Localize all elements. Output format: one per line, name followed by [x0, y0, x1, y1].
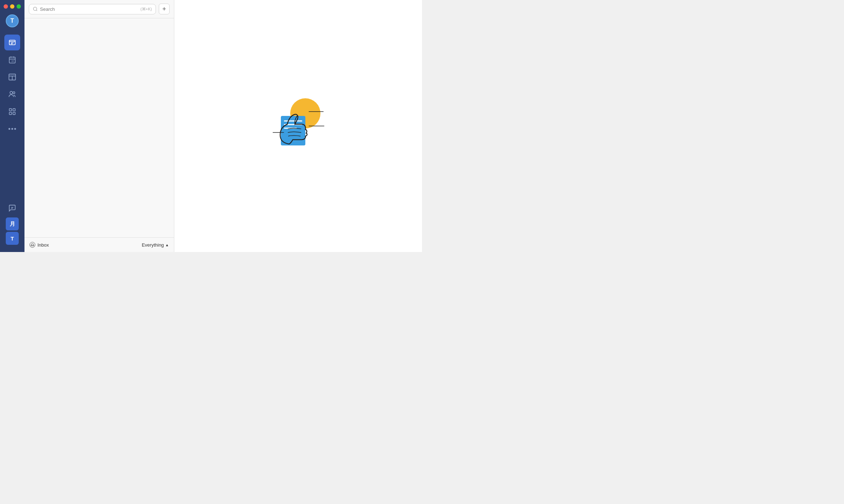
svg-rect-26 — [281, 116, 305, 145]
minimize-button[interactable] — [10, 4, 14, 9]
svg-point-19 — [12, 128, 13, 130]
svg-line-24 — [36, 10, 37, 11]
svg-point-12 — [10, 91, 13, 94]
chevron-up-icon: ▲ — [165, 243, 169, 247]
empty-state-illustration — [262, 90, 334, 162]
nav-item-more[interactable] — [4, 121, 20, 137]
search-input[interactable] — [40, 6, 138, 12]
svg-point-13 — [13, 92, 15, 94]
svg-point-18 — [9, 128, 10, 130]
nav-item-month[interactable]: 月 — [6, 217, 19, 230]
middle-panel: (⌘+K) + Inbox Everything ▲ — [24, 0, 174, 252]
svg-rect-14 — [9, 109, 12, 111]
nav-item-user[interactable]: T — [6, 232, 19, 245]
avatar[interactable]: T — [6, 14, 19, 27]
close-button[interactable] — [4, 4, 8, 9]
search-icon — [33, 6, 38, 12]
svg-point-23 — [33, 7, 37, 10]
nav-items: 16 — [4, 35, 20, 200]
svg-rect-17 — [13, 112, 15, 114]
bottom-bar: Inbox Everything ▲ — [24, 237, 174, 252]
icon-bar: T 16 — [0, 0, 24, 252]
avatar-label: T — [10, 18, 14, 24]
window-controls — [4, 4, 21, 9]
inbox-text: Inbox — [37, 242, 49, 248]
nav-item-chat[interactable] — [4, 200, 20, 216]
everything-text: Everything — [142, 242, 164, 248]
user-label: T — [10, 235, 14, 242]
nav-item-grid[interactable] — [4, 104, 20, 120]
maximize-button[interactable] — [17, 4, 21, 9]
nav-item-board[interactable] — [4, 69, 20, 85]
search-shortcut: (⌘+K) — [140, 7, 152, 12]
svg-text:16: 16 — [11, 60, 14, 62]
nav-item-contacts[interactable] — [4, 86, 20, 102]
month-label: 月 — [10, 221, 15, 228]
everything-button[interactable]: Everything ▲ — [142, 242, 169, 248]
inbox-label: Inbox — [30, 242, 49, 248]
nav-bottom: 月 T — [4, 200, 20, 248]
svg-point-20 — [14, 128, 16, 130]
search-bar: (⌘+K) + — [24, 0, 174, 18]
search-input-wrapper[interactable]: (⌘+K) — [29, 4, 156, 14]
middle-content — [24, 18, 174, 237]
svg-rect-15 — [13, 109, 15, 111]
nav-item-messages[interactable] — [4, 35, 20, 50]
inbox-icon — [30, 242, 35, 248]
svg-rect-16 — [9, 112, 12, 114]
nav-item-calendar[interactable]: 16 — [4, 52, 20, 68]
add-button[interactable]: + — [159, 4, 170, 14]
main-content — [174, 0, 422, 252]
